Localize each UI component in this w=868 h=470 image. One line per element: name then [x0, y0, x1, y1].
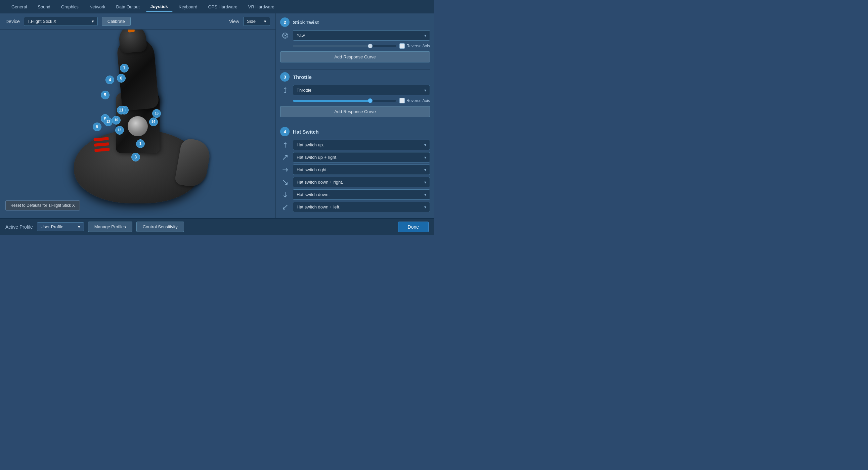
hat-down-right-icon — [280, 177, 290, 187]
calibrate-button[interactable]: Calibrate — [102, 17, 131, 26]
hat-right-dropdown[interactable]: Hat switch right. ▾ — [293, 165, 430, 175]
badge-10[interactable]: 10 — [112, 116, 121, 125]
device-dropdown-arrow: ▾ — [92, 19, 94, 24]
throttle-axis-value: Throttle — [297, 88, 311, 93]
section-hat-switch: 4 Hat Switch Hat switch up. ▾ — [280, 127, 430, 212]
throttle-slider-row: Reverse Axis — [280, 98, 430, 103]
badge-12[interactable]: 12 — [104, 118, 113, 126]
badge-5[interactable]: 5 — [101, 91, 110, 99]
hat-row-down: Hat switch down. ▾ — [280, 189, 430, 200]
red-stripe-2 — [94, 142, 110, 147]
section-throttle-header: 3 Throttle — [280, 72, 430, 81]
top-nav: General Sound Graphics Network Data Outp… — [0, 0, 434, 13]
hat-up-right-dropdown[interactable]: Hat switch up + right. ▾ — [293, 152, 430, 163]
manage-profiles-button[interactable]: Manage Profiles — [88, 222, 132, 232]
hat-up-right-value: Hat switch up + right. — [297, 155, 338, 160]
nav-data-output[interactable]: Data Output — [112, 2, 145, 11]
view-dropdown-arrow: ▾ — [264, 19, 267, 24]
device-label: Device — [5, 19, 20, 24]
badge-8[interactable]: 8 — [93, 123, 101, 131]
stick-twist-checkbox-box[interactable] — [399, 43, 405, 49]
joystick-silver-knob — [128, 116, 148, 136]
joystick-red-stripes — [93, 137, 110, 152]
hat-down-icon — [280, 190, 290, 200]
throttle-slider-thumb[interactable] — [368, 98, 373, 103]
hat-down-value: Hat switch down. — [297, 192, 330, 197]
badge-7[interactable]: 7 — [120, 64, 129, 72]
section-title-hat-switch: Hat Switch — [293, 129, 319, 135]
section-title-throttle: Throttle — [293, 74, 312, 80]
bottom-bar: Active Profile User Profile ▾ Manage Pro… — [0, 218, 434, 235]
hat-down-right-arrow: ▾ — [424, 180, 426, 184]
hat-up-dropdown[interactable]: Hat switch up. ▾ — [293, 140, 430, 150]
nav-vr-hardware[interactable]: VR Hardware — [244, 2, 279, 11]
hat-right-arrow: ▾ — [424, 168, 426, 172]
hat-row-down-right: Hat switch down + right. ▾ — [280, 177, 430, 187]
nav-keyboard[interactable]: Keyboard — [174, 2, 202, 11]
stick-twist-add-curve-button[interactable]: Add Response Curve — [280, 52, 430, 62]
hat-down-left-dropdown[interactable]: Hat switch down + left. ▾ — [293, 202, 430, 212]
stick-twist-slider[interactable] — [293, 45, 396, 47]
nav-joystick[interactable]: Joystick — [146, 2, 173, 12]
stick-twist-dropdown-arrow: ▾ — [424, 33, 426, 38]
stick-twist-slider-row: Reverse Axis — [280, 43, 430, 49]
section-num-2: 2 — [280, 18, 289, 27]
hat-row-up: Hat switch up. ▾ — [280, 140, 430, 150]
badge-3[interactable]: 3 — [131, 153, 140, 162]
hat-down-arrow: ▾ — [424, 192, 426, 197]
badge-13[interactable]: 13 — [115, 126, 124, 135]
profile-dropdown-arrow: ▾ — [78, 224, 80, 229]
joystick-top — [118, 30, 148, 54]
red-stripe-1 — [93, 137, 109, 141]
done-button[interactable]: Done — [398, 222, 429, 232]
section-stick-twist: 2 Stick Twist Yaw ▾ — [280, 18, 430, 64]
reset-defaults-button[interactable]: Reset to Defaults for T.Flight Stick X — [5, 200, 80, 210]
nav-network[interactable]: Network — [85, 2, 110, 11]
throttle-slider-fill — [293, 100, 370, 102]
view-label: View — [229, 19, 239, 24]
nav-gps-hardware[interactable]: GPS Hardware — [203, 2, 242, 11]
throttle-add-curve-button[interactable]: Add Response Curve — [280, 106, 430, 117]
nav-general[interactable]: General — [7, 2, 32, 11]
divider-1 — [280, 69, 430, 69]
left-panel: Device T.Flight Stick X ▾ Calibrate View… — [0, 13, 276, 218]
throttle-checkbox-box[interactable] — [399, 98, 405, 103]
main-content: Device T.Flight Stick X ▾ Calibrate View… — [0, 13, 434, 218]
hat-row-up-right: Hat switch up + right. ▾ — [280, 152, 430, 163]
joystick-orange-bit — [127, 30, 135, 32]
hat-down-right-dropdown[interactable]: Hat switch down + right. ▾ — [293, 177, 430, 187]
badge-6[interactable]: 6 — [117, 74, 126, 82]
badge-4[interactable]: 4 — [105, 75, 114, 84]
right-panel: 2 Stick Twist Yaw ▾ — [276, 13, 434, 218]
profile-select-dropdown[interactable]: User Profile ▾ — [37, 222, 84, 231]
device-select-value: T.Flight Stick X — [28, 19, 56, 24]
hat-row-right: Hat switch right. ▾ — [280, 165, 430, 175]
hat-up-icon — [280, 140, 290, 150]
device-select-dropdown[interactable]: T.Flight Stick X ▾ — [24, 17, 98, 26]
badge-1[interactable]: 1 — [136, 139, 145, 148]
hat-down-dropdown[interactable]: Hat switch down. ▾ — [293, 189, 430, 200]
throttle-axis-dropdown[interactable]: Throttle ▾ — [293, 85, 430, 95]
stick-twist-slider-thumb[interactable] — [368, 44, 373, 48]
hat-up-arrow: ▾ — [424, 143, 426, 147]
section-stick-twist-header: 2 Stick Twist — [280, 18, 430, 27]
badge-15[interactable]: 15 — [152, 109, 161, 118]
hat-down-right-value: Hat switch down + right. — [297, 179, 343, 184]
throttle-reverse-checkbox[interactable]: Reverse Axis — [399, 98, 430, 103]
badge-11[interactable]: 11 — [117, 106, 126, 114]
throttle-slider[interactable] — [293, 100, 396, 102]
nav-graphics[interactable]: Graphics — [56, 2, 83, 11]
stick-twist-axis-value: Yaw — [297, 33, 305, 38]
badge-14[interactable]: 14 — [149, 118, 158, 126]
joystick-area: 1 2 3 4 5 6 7 8 9 10 11 — [0, 30, 275, 216]
stick-twist-reverse-checkbox[interactable]: Reverse Axis — [399, 43, 430, 49]
section-hat-switch-header: 4 Hat Switch — [280, 127, 430, 136]
throttle-axis-row: Throttle ▾ — [280, 85, 430, 95]
stick-twist-slider-fill — [293, 45, 370, 47]
hat-up-value: Hat switch up. — [297, 142, 324, 147]
hat-right-icon — [280, 165, 290, 175]
view-select-dropdown[interactable]: Side ▾ — [243, 17, 270, 26]
control-sensitivity-button[interactable]: Control Sensitivity — [136, 222, 184, 232]
stick-twist-axis-dropdown[interactable]: Yaw ▾ — [293, 30, 430, 41]
nav-sound[interactable]: Sound — [33, 2, 55, 11]
